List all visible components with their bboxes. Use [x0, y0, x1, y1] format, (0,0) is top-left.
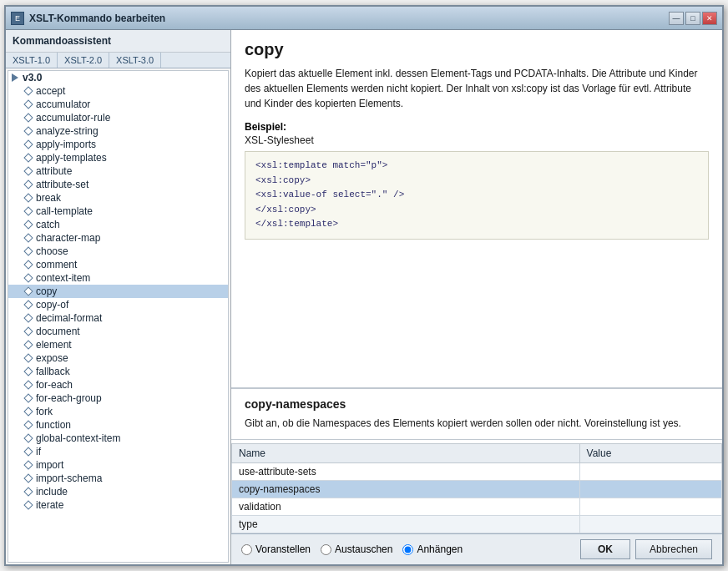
- tree-item-global-context-item[interactable]: global-context-item: [8, 432, 228, 445]
- tree-item-analyze-string[interactable]: analyze-string: [8, 124, 228, 138]
- command-description: Kopiert das aktuelle Element inkl. desse…: [245, 66, 709, 111]
- left-panel: Kommandoassistent XSLT-1.0 XSLT-2.0 XSLT…: [6, 30, 231, 564]
- tree-item-accumulator[interactable]: accumulator: [8, 98, 228, 111]
- table-row[interactable]: type: [232, 516, 722, 533]
- diamond-icon: [23, 193, 33, 202]
- tree-item-fallback[interactable]: fallback: [8, 365, 228, 378]
- tree-item-attribute[interactable]: attribute: [8, 164, 228, 178]
- tree-item-catch[interactable]: catch: [8, 218, 228, 231]
- tree-item-context-item[interactable]: context-item: [8, 271, 228, 285]
- diamond-icon: [23, 473, 33, 483]
- diamond-icon: [23, 340, 33, 349]
- table-row[interactable]: validation: [232, 498, 722, 516]
- diamond-icon: [23, 86, 33, 95]
- diamond-icon: [23, 487, 33, 496]
- right-panel: copy Kopiert das aktuelle Element inkl. …: [231, 30, 722, 564]
- tree-item-for-each-group[interactable]: for-each-group: [8, 392, 228, 405]
- diamond-icon: [23, 220, 33, 229]
- tree-item-include[interactable]: include: [8, 485, 228, 498]
- tree-item-fork[interactable]: fork: [8, 405, 228, 418]
- copy-ns-title: copy-namespaces: [245, 397, 709, 411]
- tree-item-accumulator-rule[interactable]: accumulator-rule: [8, 111, 228, 124]
- tree-item-attribute-set[interactable]: attribute-set: [8, 178, 228, 191]
- diamond-icon: [23, 353, 33, 362]
- tree-items-container: acceptaccumulatoraccumulator-ruleanalyze…: [8, 84, 228, 512]
- tree-item-copy-of[interactable]: copy-of: [8, 298, 228, 311]
- tree-item-comment[interactable]: comment: [8, 258, 228, 271]
- diamond-icon: [23, 273, 33, 282]
- tree-item-break[interactable]: break: [8, 191, 228, 205]
- ok-button[interactable]: OK: [580, 539, 630, 559]
- tree-item-document[interactable]: document: [8, 325, 228, 338]
- diamond-icon: [23, 393, 33, 402]
- version-tabs: XSLT-1.0 XSLT-2.0 XSLT-3.0: [6, 53, 230, 68]
- main-window: E XSLT-Kommando bearbeiten — □ ✕ Kommand…: [4, 5, 724, 566]
- title-bar-buttons: — □ ✕: [669, 12, 717, 25]
- diamond-icon: [23, 246, 33, 255]
- diamond-icon: [23, 433, 33, 442]
- right-scroll-area[interactable]: copy Kopiert das aktuelle Element inkl. …: [231, 30, 722, 389]
- cancel-button[interactable]: Abbrechen: [635, 539, 712, 559]
- version-tab-1[interactable]: XSLT-1.0: [6, 53, 58, 68]
- table-row[interactable]: use-attribute-sets: [232, 463, 722, 481]
- diamond-icon: [23, 447, 33, 456]
- copy-ns-section: copy-namespaces Gibt an, ob die Namespac…: [231, 389, 722, 440]
- attributes-section: Name Value use-attribute-setscopy-namesp…: [231, 440, 722, 533]
- diamond-icon: [23, 313, 33, 322]
- code-block: <xsl:template match="p"> <xsl:copy> <xsl…: [245, 151, 709, 240]
- left-panel-header: Kommandoassistent: [6, 30, 230, 53]
- diamond-icon: [23, 407, 33, 416]
- diamond-icon: [23, 139, 33, 149]
- bottom-bar: Voranstellen Austauschen Anhängen OK Abb…: [231, 533, 722, 564]
- tree-item-call-template[interactable]: call-template: [8, 205, 228, 218]
- tree-item-import[interactable]: import: [8, 458, 228, 472]
- diamond-icon: [23, 500, 33, 509]
- tree-item-iterate[interactable]: iterate: [8, 498, 228, 512]
- diamond-icon: [23, 233, 33, 242]
- diamond-icon: [23, 326, 33, 336]
- title-bar-left: E XSLT-Kommando bearbeiten: [11, 12, 165, 25]
- diamond-icon: [23, 206, 33, 215]
- minimize-button[interactable]: —: [669, 12, 684, 25]
- tree-item-apply-templates[interactable]: apply-templates: [8, 151, 228, 164]
- tree-root[interactable]: v3.0: [8, 71, 228, 84]
- example-label: Beispiel:: [245, 121, 709, 133]
- version-tab-2[interactable]: XSLT-2.0: [58, 53, 109, 68]
- diamond-icon: [23, 166, 33, 175]
- window-title: XSLT-Kommando bearbeiten: [29, 13, 165, 24]
- expand-icon: [12, 73, 18, 82]
- diamond-icon: [23, 153, 33, 162]
- tree-item-function[interactable]: function: [8, 418, 228, 432]
- tree-item-if[interactable]: if: [8, 445, 228, 458]
- command-tree[interactable]: v3.0 acceptaccumulatoraccumulator-rulean…: [8, 70, 229, 563]
- tree-item-element[interactable]: element: [8, 338, 228, 351]
- diamond-icon: [23, 300, 33, 309]
- tree-item-accept[interactable]: accept: [8, 84, 228, 98]
- tree-item-expose[interactable]: expose: [8, 351, 228, 365]
- radio-austauschen[interactable]: Austauschen: [321, 543, 392, 555]
- action-buttons: OK Abbrechen: [580, 539, 712, 559]
- radio-voranstellen[interactable]: Voranstellen: [241, 543, 311, 555]
- diamond-icon: [23, 460, 33, 469]
- tree-item-apply-imports[interactable]: apply-imports: [8, 138, 228, 151]
- diamond-icon: [23, 366, 33, 376]
- diamond-icon: [23, 179, 33, 189]
- tree-item-choose[interactable]: choose: [8, 245, 228, 258]
- tree-item-for-each[interactable]: for-each: [8, 378, 228, 392]
- radio-anhaengen[interactable]: Anhängen: [402, 543, 463, 555]
- tree-item-decimal-format[interactable]: decimal-format: [8, 311, 228, 325]
- tree-item-copy[interactable]: copy: [8, 285, 228, 298]
- version-tab-3[interactable]: XSLT-3.0: [109, 53, 161, 68]
- col-name-header: Name: [232, 444, 580, 463]
- close-button[interactable]: ✕: [702, 12, 717, 25]
- tree-item-character-map[interactable]: character-map: [8, 231, 228, 245]
- col-value-header: Value: [579, 444, 721, 463]
- example-sub: XSL-Stylesheet: [245, 134, 709, 146]
- title-bar: E XSLT-Kommando bearbeiten — □ ✕: [6, 7, 722, 30]
- tree-item-import-schema[interactable]: import-schema: [8, 472, 228, 485]
- maximize-button[interactable]: □: [685, 12, 700, 25]
- table-row[interactable]: copy-namespaces: [232, 481, 722, 498]
- attr-table-body: use-attribute-setscopy-namespacesvalidat…: [232, 463, 722, 533]
- command-title: copy: [245, 40, 709, 59]
- copy-ns-description: Gibt an, ob die Namespaces des Elements …: [245, 416, 709, 431]
